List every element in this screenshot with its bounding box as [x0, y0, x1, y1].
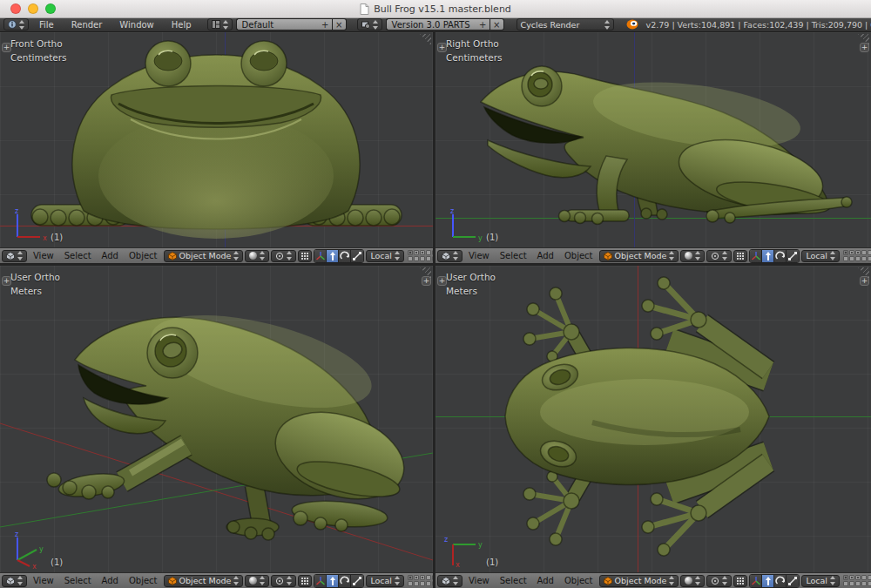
translate-manipulator-button[interactable] [762, 250, 774, 262]
layer-toggle[interactable] [432, 575, 433, 580]
help-menu[interactable]: Help [165, 20, 199, 30]
window-menu[interactable]: Window [112, 20, 160, 30]
delete-scene-button[interactable]: × [490, 18, 504, 30]
3d-viewport-top[interactable]: User Ortho Meters z y x (1) + + [436, 266, 871, 572]
shading-dropdown[interactable] [245, 250, 269, 262]
add-menu[interactable]: Add [533, 251, 558, 260]
view-menu[interactable]: View [29, 576, 58, 585]
frog-model-side-view[interactable] [436, 32, 871, 247]
object-menu[interactable]: Object [560, 251, 598, 260]
screen-layout-field[interactable]: Default [236, 18, 319, 30]
scale-manipulator-button[interactable] [787, 250, 799, 262]
rotate-manipulator-button[interactable] [774, 250, 787, 262]
add-scene-button[interactable]: + [476, 18, 490, 30]
pivot-dropdown[interactable] [271, 250, 296, 262]
editor-type-button[interactable] [2, 575, 27, 587]
editor-type-button[interactable] [437, 575, 463, 587]
add-menu[interactable]: Add [98, 576, 123, 585]
layer-toggle[interactable] [426, 256, 431, 261]
frog-model-front-view[interactable] [0, 32, 433, 247]
expand-region-widget[interactable]: + [860, 43, 869, 52]
layer-toggle[interactable] [868, 256, 871, 261]
layer-toggle[interactable] [843, 256, 848, 261]
layer-toggle[interactable] [861, 256, 867, 261]
center-points-toggle[interactable] [298, 250, 312, 262]
layer-toggle[interactable] [432, 256, 433, 261]
translate-manipulator-button[interactable] [762, 575, 774, 587]
frog-model-perspective-view[interactable] [0, 266, 433, 572]
layer-toggle[interactable] [408, 581, 413, 586]
object-menu[interactable]: Object [125, 576, 162, 585]
layer-toggle[interactable] [408, 250, 413, 255]
layer-toggle[interactable] [414, 256, 419, 261]
layer-toggle[interactable] [868, 250, 871, 255]
layer-toggle[interactable] [408, 256, 413, 261]
render-menu[interactable]: Render [64, 20, 110, 30]
pivot-dropdown[interactable] [271, 575, 296, 587]
layer-toggle[interactable] [843, 581, 848, 586]
layer-toggle[interactable] [420, 256, 425, 261]
mode-dropdown[interactable]: Object Mode [599, 575, 679, 587]
mode-dropdown[interactable]: Object Mode [164, 250, 244, 262]
layer-toggle[interactable] [849, 256, 854, 261]
add-menu[interactable]: Add [533, 576, 558, 585]
layer-toggle[interactable] [855, 575, 861, 580]
layer-toggle[interactable] [849, 250, 854, 255]
layer-toggle[interactable] [420, 581, 425, 586]
delete-layout-button[interactable]: × [333, 18, 347, 30]
select-menu[interactable]: Select [496, 576, 531, 585]
layer-toggle[interactable] [432, 250, 433, 255]
expand-region-widget[interactable]: + [860, 276, 869, 286]
3d-viewport-right[interactable]: Right Ortho Centimeters z y (1) + + [436, 32, 871, 247]
layer-toggle[interactable] [432, 581, 433, 586]
layer-toggle[interactable] [408, 575, 413, 580]
orientation-dropdown[interactable]: Local [366, 575, 404, 587]
layer-toggle[interactable] [843, 250, 848, 255]
orientation-dropdown[interactable]: Local [366, 250, 404, 262]
center-points-toggle[interactable] [733, 250, 747, 262]
frog-model-top-view[interactable] [436, 266, 871, 572]
add-layout-button[interactable]: + [319, 18, 333, 30]
layers-widget[interactable] [408, 250, 433, 261]
scene-browse-button[interactable] [357, 18, 382, 30]
select-menu[interactable]: Select [60, 251, 96, 260]
layer-toggle[interactable] [861, 581, 867, 586]
orientation-dropdown[interactable]: Local [801, 575, 840, 587]
3d-viewport-user[interactable]: User Ortho Meters z y x (1) + + [0, 266, 433, 572]
editor-type-button[interactable] [437, 250, 463, 262]
layer-toggle[interactable] [420, 575, 425, 580]
layer-toggle[interactable] [426, 581, 431, 586]
expand-region-widget[interactable]: + [437, 276, 447, 286]
editor-type-button[interactable] [3, 18, 29, 30]
layers-widget[interactable] [408, 575, 433, 586]
layer-toggle[interactable] [868, 575, 871, 580]
scene-field[interactable]: Version 3.0 PARTS [386, 18, 476, 30]
layers-widget[interactable] [843, 250, 871, 261]
pivot-dropdown[interactable] [706, 250, 732, 262]
scale-manipulator-button[interactable] [787, 575, 799, 587]
mode-dropdown[interactable]: Object Mode [164, 575, 244, 587]
layer-toggle[interactable] [855, 250, 861, 255]
manipulator-toggle-button[interactable] [314, 250, 327, 262]
layer-toggle[interactable] [855, 581, 861, 586]
view-menu[interactable]: View [464, 576, 494, 585]
translate-manipulator-button[interactable] [327, 250, 339, 262]
center-points-toggle[interactable] [298, 575, 312, 587]
view-menu[interactable]: View [464, 251, 494, 260]
rotate-manipulator-button[interactable] [339, 250, 351, 262]
layer-toggle[interactable] [414, 575, 419, 580]
render-engine-dropdown[interactable]: Cycles Render [517, 18, 614, 30]
select-menu[interactable]: Select [60, 576, 96, 585]
select-menu[interactable]: Select [496, 251, 531, 260]
expand-region-widget[interactable]: + [437, 43, 447, 52]
shading-dropdown[interactable] [245, 575, 269, 587]
expand-region-widget[interactable]: + [2, 276, 11, 286]
manipulator-toggle-button[interactable] [314, 575, 327, 587]
scale-manipulator-button[interactable] [351, 575, 363, 587]
layer-toggle[interactable] [849, 581, 854, 586]
manipulator-toggle-button[interactable] [750, 575, 762, 587]
rotate-manipulator-button[interactable] [339, 575, 351, 587]
layer-toggle[interactable] [414, 581, 419, 586]
scale-manipulator-button[interactable] [351, 250, 363, 262]
add-menu[interactable]: Add [98, 251, 123, 260]
